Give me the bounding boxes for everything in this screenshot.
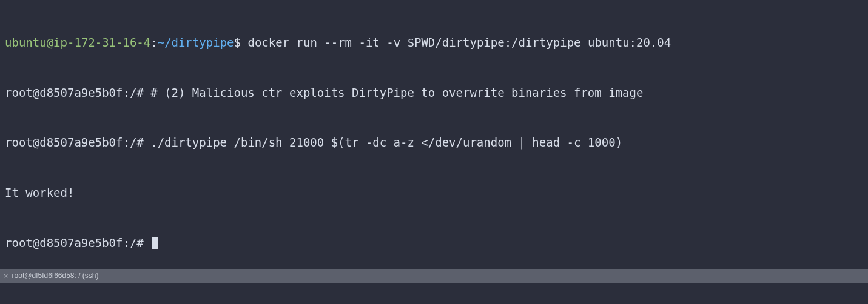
prompt-at: @ [47,36,53,49]
prompt-user: ubuntu [5,36,47,49]
prompt-path: ~/dirtypipe [158,36,234,49]
close-icon[interactable]: × [4,272,8,280]
terminal-pane-top[interactable]: ubuntu@ip-172-31-16-4:~/dirtypipe$ docke… [0,0,868,269]
command-text: # (2) Malicious ctr exploits DirtyPipe t… [150,86,643,99]
tab-label[interactable]: root@df5fd6f66d58: / (ssh) [12,271,99,281]
prompt-colon: : [150,36,157,49]
terminal-line: root@d8507a9e5b0f:/# # (2) Malicious ctr… [5,85,863,102]
terminal-line: root@d8507a9e5b0f:/# [5,235,863,252]
cursor-block [152,237,158,249]
terminal-line: It worked! [5,185,863,202]
root-prompt: root@d8507a9e5b0f:/# [5,136,150,149]
command-text: ./dirtypipe /bin/sh 21000 $(tr -dc a-z <… [150,136,622,149]
output-text: It worked! [5,186,74,199]
terminal-pane-bottom[interactable]: ubuntu@ip-172-31-16-4:~/dirtypipe$ docke… [0,283,868,304]
command-text: docker run --rm -it -v $PWD/dirtypipe:/d… [247,36,671,49]
prompt-host: ip-172-31-16-4 [53,36,150,49]
terminal-line: root@d8507a9e5b0f:/# ./dirtypipe /bin/sh… [5,134,863,151]
prompt-dollar: $ [234,36,248,49]
root-prompt: root@d8507a9e5b0f:/# [5,236,150,249]
root-prompt: root@d8507a9e5b0f:/# [5,86,150,99]
tab-bar: × root@df5fd6f66d58: / (ssh) [0,269,868,283]
terminal-line: ubuntu@ip-172-31-16-4:~/dirtypipe$ docke… [5,35,863,51]
